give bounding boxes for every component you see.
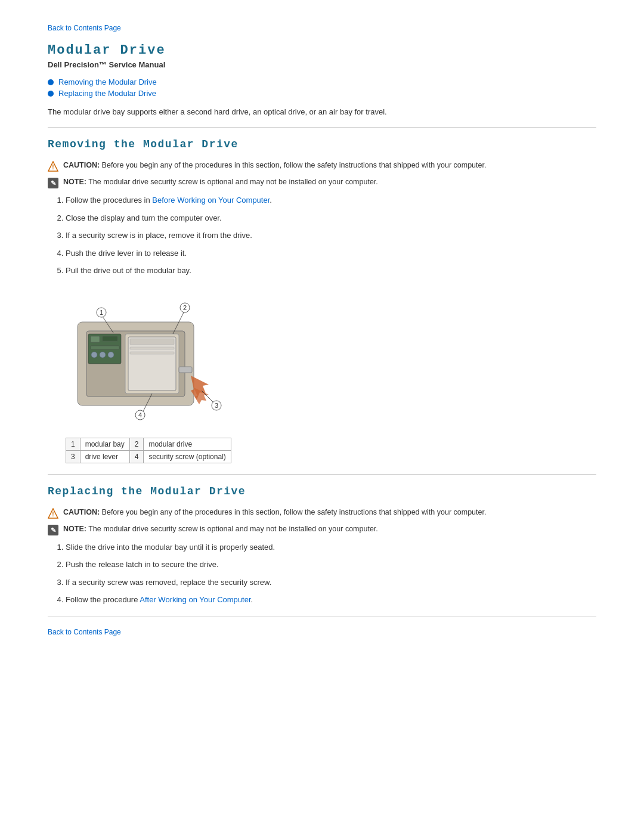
toc-link-replacing[interactable]: Replacing the Modular Drive	[58, 89, 156, 98]
removing-step-5: Pull the drive out of the modular bay.	[66, 265, 596, 277]
removing-step-2: Close the display and turn the computer …	[66, 212, 596, 224]
legend-label-4: security screw (optional)	[144, 450, 231, 463]
toc-bullet-removing	[48, 79, 54, 85]
toc-bullet-replacing	[48, 91, 54, 97]
manual-subtitle: Dell Precision™ Service Manual	[48, 60, 596, 69]
svg-rect-8	[130, 339, 174, 345]
svg-point-15	[91, 352, 97, 358]
diagram-container: 1 2 3 4	[66, 298, 227, 428]
removing-note-box: ✎ NOTE: The modular drive security screw…	[48, 178, 596, 188]
removing-step-3: If a security screw is in place, remove …	[66, 230, 596, 241]
svg-rect-18	[179, 367, 192, 373]
replacing-step-2: Push the release latch in to secure the …	[66, 559, 596, 571]
legend-table: 1 modular bay 2 modular drive 3 drive le…	[66, 438, 231, 463]
note-label-removing: NOTE:	[63, 178, 86, 186]
svg-point-17	[108, 352, 114, 358]
legend-label-1: modular bay	[80, 438, 129, 450]
svg-point-16	[100, 352, 106, 358]
replacing-step-3: If a security screw was removed, replace…	[66, 577, 596, 589]
svg-rect-13	[103, 336, 117, 341]
removing-section: Removing the Modular Drive ! CAUTION: Be…	[48, 138, 596, 463]
legend-num-2: 2	[129, 438, 144, 450]
legend-row-2: 3 drive lever 4 security screw (optional…	[66, 450, 231, 463]
svg-rect-14	[91, 346, 119, 349]
toc-list: Removing the Modular Drive Replacing the…	[48, 78, 596, 98]
toc-link-removing[interactable]: Removing the Modular Drive	[58, 78, 157, 86]
legend-label-2: modular drive	[144, 438, 231, 450]
legend-num-1: 1	[66, 438, 80, 450]
removing-caution-box: ! CAUTION: Before you begin any of the p…	[48, 161, 596, 172]
svg-text:!: !	[52, 511, 54, 518]
svg-text:✎: ✎	[51, 179, 56, 187]
note-icon-removing: ✎	[48, 178, 58, 188]
caution-icon-replacing: !	[48, 508, 58, 519]
svg-text:3: 3	[215, 402, 218, 409]
removing-step-1: Follow the procedures in Before Working …	[66, 194, 596, 206]
diagram-svg: 1 2 3 4	[66, 298, 227, 426]
divider-1	[48, 127, 596, 128]
replacing-caution-text: CAUTION: Before you begin any of the pro…	[63, 508, 486, 516]
caution-label: CAUTION:	[63, 161, 100, 169]
svg-rect-7	[128, 337, 176, 391]
back-link-bottom[interactable]: Back to Contents Page	[48, 628, 596, 636]
legend-num-4: 4	[129, 450, 144, 463]
removing-step-4: Push the drive lever in to release it.	[66, 247, 596, 259]
after-working-link[interactable]: After Working on Your Computer	[140, 595, 250, 604]
legend-label-3: drive lever	[80, 450, 129, 463]
replacing-step-1: Slide the drive into the modular bay unt…	[66, 541, 596, 553]
note-icon-replacing: ✎	[48, 525, 58, 535]
svg-rect-10	[130, 352, 174, 354]
svg-text:✎: ✎	[51, 527, 56, 534]
caution-label-replacing: CAUTION:	[63, 508, 100, 516]
removing-heading: Removing the Modular Drive	[48, 138, 596, 150]
replacing-steps-list: Slide the drive into the modular bay unt…	[66, 541, 596, 606]
removing-note-text: NOTE: The modular drive security screw i…	[63, 178, 378, 186]
toc-item-removing: Removing the Modular Drive	[48, 78, 596, 86]
page-title: Modular Drive	[48, 43, 596, 58]
svg-text:4: 4	[138, 411, 142, 419]
toc-item-replacing: Replacing the Modular Drive	[48, 89, 596, 98]
replacing-heading: Replacing the Modular Drive	[48, 485, 596, 497]
replacing-section: Replacing the Modular Drive ! CAUTION: B…	[48, 485, 596, 606]
note-label-replacing: NOTE:	[63, 525, 86, 533]
svg-rect-12	[91, 336, 100, 342]
replacing-note-text: NOTE: The modular drive security screw i…	[63, 525, 378, 533]
svg-rect-9	[130, 347, 174, 349]
intro-text: The modular drive bay supports either a …	[48, 107, 596, 116]
svg-text:2: 2	[183, 304, 187, 311]
replacing-note-box: ✎ NOTE: The modular drive security screw…	[48, 525, 596, 535]
svg-text:!: !	[52, 164, 54, 171]
removing-steps-list: Follow the procedures in Before Working …	[66, 194, 596, 277]
svg-text:1: 1	[100, 309, 103, 316]
replacing-step-4: Follow the procedure After Working on Yo…	[66, 594, 596, 606]
legend-row-1: 1 modular bay 2 modular drive	[66, 438, 231, 450]
divider-2	[48, 474, 596, 475]
legend-num-3: 3	[66, 450, 80, 463]
caution-icon-removing: !	[48, 161, 58, 172]
back-link-top[interactable]: Back to Contents Page	[48, 24, 596, 32]
before-working-link[interactable]: Before Working on Your Computer	[152, 196, 270, 205]
divider-3	[48, 617, 596, 617]
removing-caution-text: CAUTION: Before you begin any of the pro…	[63, 161, 486, 169]
replacing-caution-box: ! CAUTION: Before you begin any of the p…	[48, 508, 596, 519]
